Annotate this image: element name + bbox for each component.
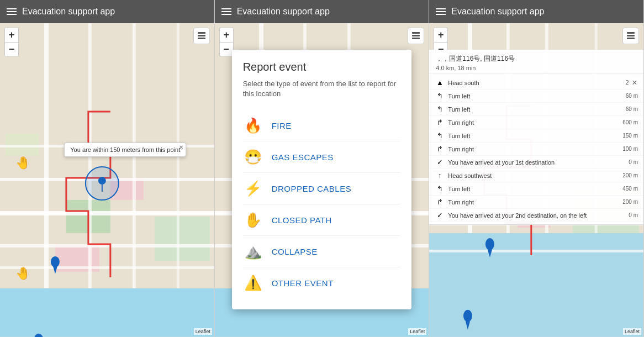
svg-rect-58 [627,35,635,36]
svg-rect-18 [198,32,205,34]
svg-rect-40 [412,38,420,39]
step-dist: 100 m [622,146,638,152]
route-step: ✓You have arrived at your 1st destinatio… [429,156,643,169]
step-dist: 450 m [622,186,638,192]
svg-rect-0 [0,288,214,337]
step-icon: ↱ [435,198,445,206]
report-title: Report event [243,61,401,73]
step-icon: ✓ [435,158,445,166]
map-area-2: + − Report event Select the type of even… [215,23,429,337]
closed-icon: ✋ [243,210,263,230]
step-icon: ▲ [435,78,445,87]
route-panel: × ，，国道116号, 国道116号 4.0 km, 18 min ▲Head … [429,50,643,225]
step-icon: ↱ [435,145,445,153]
step-text: Turn right [448,199,619,206]
route-step: ↱Turn right100 m [429,143,643,156]
collapse-icon: ⛰️ [243,241,263,261]
route-step: ↰Turn left60 m [429,103,643,116]
layers-icon-3 [626,31,636,41]
step-dist: 200 m [622,199,638,205]
zoom-out-1[interactable]: − [4,42,19,56]
fire-icon: 🔥 [243,115,263,135]
map-area-1: + − You are within 150 meters from this … [0,23,214,337]
svg-rect-59 [627,38,635,39]
step-dist: 60 m [626,93,638,99]
route-step: ✓You have arrived at your 2nd destinatio… [429,209,643,222]
closed-label: CLOSED PATH [272,215,332,225]
map-options-btn-3[interactable] [622,28,639,44]
header-2: Evacuation support app [215,0,429,23]
svg-rect-2 [155,217,210,261]
leaflet-badge-3: Leaflet [623,328,641,335]
svg-rect-39 [412,35,420,36]
svg-rect-20 [198,38,205,39]
report-item-other[interactable]: ⚠️ OTHER EVENT [243,267,401,298]
step-text: Turn right [448,119,619,126]
gas-icon: 😷 [243,147,263,167]
report-item-collapse[interactable]: ⛰️ COLLAPSE [243,236,401,267]
route-step: ↰Turn left450 m [429,182,643,196]
route-header: ，，国道116号, 国道116号 4.0 km, 18 min [429,50,643,74]
step-text: Turn left [448,133,619,139]
layers-icon-2 [411,31,421,41]
svg-rect-41 [429,233,643,337]
step-dist: 0 m [629,212,638,218]
step-icon: ↰ [435,185,445,193]
report-desc: Select the type of event from the list t… [243,79,401,99]
layers-icon-1 [197,31,207,41]
zoom-in-1[interactable]: + [4,28,19,42]
step-icon: ↱ [435,118,445,127]
zoom-controls-2: + − [219,28,234,56]
tooltip-close-1[interactable]: ✕ [179,144,183,150]
route-step: ↰Turn left60 m [429,89,643,103]
step-text: Head southwest [448,172,619,179]
step-icon: ↰ [435,131,445,140]
hamburger-menu-2[interactable] [221,8,231,15]
step-dist: 60 m [626,106,638,112]
step-icon: ✓ [435,211,445,219]
report-item-gas[interactable]: 😷 GAS ESCAPES [243,141,401,173]
app-title-1: Evacuation support app [22,7,115,17]
hamburger-menu-1[interactable] [7,8,17,15]
cables-icon: ⚡ [243,178,263,198]
map-area-3: × ，，国道116号, 国道116号 4.0 km, 18 min ▲Head … [429,23,643,337]
report-item-closed[interactable]: ✋ CLOSED PATH [243,204,401,236]
route-step: ↱Turn right600 m [429,116,643,129]
leaflet-badge-1: Leaflet [194,328,212,335]
step-dist: 150 m [622,133,638,139]
route-summary: 4.0 km, 18 min [436,65,637,71]
step-text: Turn right [448,146,619,152]
leaflet-badge-2: Leaflet [408,328,426,335]
step-text: Turn left [448,93,622,99]
step-icon: ↰ [435,92,445,100]
svg-point-53 [485,238,494,250]
svg-point-16 [98,177,106,185]
app-title-2: Evacuation support app [237,7,330,17]
svg-rect-11 [44,23,49,288]
map-options-btn-1[interactable] [193,28,210,44]
svg-point-55 [463,310,472,322]
route-close-btn[interactable]: × [629,77,640,88]
svg-rect-6 [0,211,214,215]
other-label: OTHER EVENT [272,278,334,288]
step-text: Head south [448,80,622,86]
report-item-cables[interactable]: ⚡ DROPPED CABLES [243,173,401,204]
route-step: ↱Turn right200 m [429,196,643,209]
zoom-controls-1: + − [4,28,19,56]
route-step: ↰Turn left150 m [429,129,643,143]
report-item-fire[interactable]: 🔥 FIRE [243,110,401,141]
panel-2: Evacuation support app + − [215,0,430,337]
route-road: ，，国道116号, 国道116号 [436,54,637,64]
gas-label: GAS ESCAPES [272,152,334,162]
header-1: Evacuation support app [0,0,214,23]
map-options-btn-2[interactable] [408,28,424,44]
zoom-in-3[interactable]: + [434,28,448,42]
zoom-out-2[interactable]: − [219,42,234,56]
fire-label: FIRE [272,121,292,130]
other-icon: ⚠️ [243,273,263,293]
map-svg-1 [0,23,214,337]
zoom-in-2[interactable]: + [219,28,234,42]
step-icon: ↰ [435,105,445,113]
hamburger-menu-3[interactable] [436,8,446,15]
step-text: You have arrived at your 2nd destination… [448,212,625,219]
